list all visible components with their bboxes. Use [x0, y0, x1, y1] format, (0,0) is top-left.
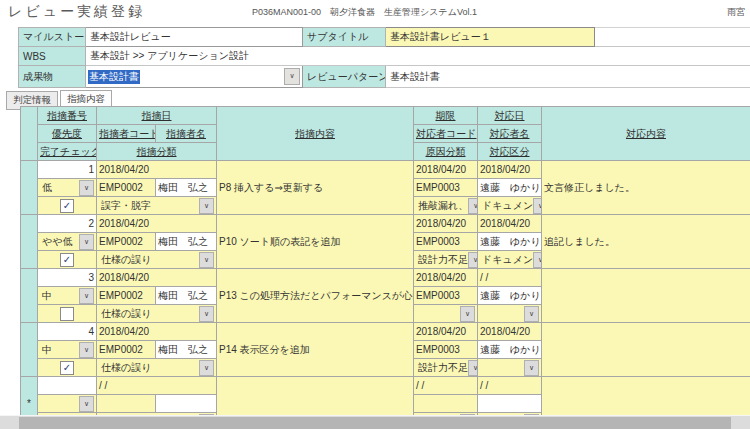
chevron-down-icon[interactable]: ∨ — [79, 234, 94, 250]
responder-code-cell[interactable]: EMP0003 — [414, 179, 478, 197]
chevron-down-icon[interactable]: ∨ — [199, 306, 214, 322]
finding-no-cell[interactable]: 4 — [38, 323, 97, 341]
row-selector[interactable] — [21, 161, 38, 215]
cause-category-select[interactable]: 推敲漏れ、∨ — [414, 197, 478, 215]
finding-no-cell[interactable]: 1 — [38, 161, 97, 179]
response-type-select[interactable]: ドキュメン∨ — [478, 251, 542, 269]
finding-content-cell[interactable] — [217, 377, 414, 416]
response-type-select[interactable]: ∨ — [478, 305, 542, 323]
response-date-cell[interactable]: 2018/04/20 — [478, 161, 542, 179]
chevron-down-icon[interactable]: ∨ — [284, 68, 300, 85]
milestone-value[interactable]: 基本設計レビュー — [86, 28, 303, 47]
col-header-category[interactable]: 指摘分類 — [97, 143, 217, 161]
scrollbar-thumb[interactable] — [19, 417, 731, 429]
category-select[interactable]: 仕様の誤り∨ — [97, 359, 217, 377]
responder-code-cell[interactable]: EMP0003 — [414, 287, 478, 305]
finding-content-cell[interactable]: P10 ソート順の表記を追加 — [217, 215, 414, 269]
reporter-name-cell[interactable]: 梅田 弘之 — [156, 287, 217, 305]
deadline-cell[interactable]: / / — [414, 377, 478, 395]
chevron-down-icon[interactable]: ∨ — [468, 360, 478, 376]
finding-content-cell[interactable]: P13 この処理方法だとパフォーマンスが心配 — [217, 269, 414, 323]
responder-name-cell[interactable]: 遠藤 ゆかり — [478, 341, 542, 359]
response-date-cell[interactable]: 2018/04/20 — [478, 215, 542, 233]
reporter-code-cell[interactable]: EMP0002 — [97, 233, 156, 251]
done-checkbox[interactable]: ✓ — [38, 197, 97, 215]
cause-category-select[interactable]: 設計力不足∨ — [414, 359, 478, 377]
col-header-response-date[interactable]: 対応日 — [478, 107, 542, 125]
col-header-priority[interactable]: 優先度 — [38, 125, 97, 143]
priority-select[interactable]: ∨ — [38, 395, 97, 413]
chevron-down-icon[interactable]: ∨ — [533, 252, 541, 268]
response-content-cell[interactable] — [542, 377, 750, 416]
chevron-down-icon[interactable]: ∨ — [524, 306, 539, 322]
responder-code-cell[interactable]: EMP0003 — [414, 341, 478, 359]
col-header-deadline[interactable]: 期限 — [414, 107, 478, 125]
priority-select[interactable]: 低∨ — [38, 179, 97, 197]
category-select[interactable]: 仕様の誤り∨ — [97, 251, 217, 269]
priority-select[interactable]: 中∨ — [38, 287, 97, 305]
responder-name-cell[interactable] — [478, 395, 542, 413]
finding-no-cell[interactable] — [38, 377, 97, 395]
cause-category-select[interactable]: 設計力不足∨ — [414, 251, 478, 269]
done-checkbox[interactable] — [38, 305, 97, 323]
finding-date-cell[interactable]: / / — [97, 377, 217, 395]
responder-code-cell[interactable]: EMP0003 — [414, 233, 478, 251]
chevron-down-icon[interactable]: ∨ — [79, 180, 94, 196]
chevron-down-icon[interactable]: ∨ — [79, 342, 94, 358]
deadline-cell[interactable]: 2018/04/20 — [414, 269, 478, 287]
finding-no-cell[interactable]: 3 — [38, 269, 97, 287]
chevron-down-icon[interactable]: ∨ — [199, 198, 214, 214]
col-header-content[interactable]: 指摘内容 — [217, 107, 414, 161]
finding-date-cell[interactable]: 2018/04/20 — [97, 161, 217, 179]
chevron-down-icon[interactable]: ∨ — [468, 198, 477, 214]
col-header-done-check[interactable]: 完了チェック — [38, 143, 97, 161]
row-selector[interactable] — [21, 215, 38, 269]
response-date-cell[interactable]: / / — [478, 377, 542, 395]
cause-category-select[interactable]: ∨ — [414, 305, 478, 323]
subtitle-input[interactable]: 基本設計書レビュー１ — [386, 28, 595, 47]
reporter-name-cell[interactable] — [156, 395, 217, 413]
finding-content-cell[interactable]: P8 挿入する⇒更新する — [217, 161, 414, 215]
reporter-name-cell[interactable]: 梅田 弘之 — [156, 233, 217, 251]
finding-date-cell[interactable]: 2018/04/20 — [97, 215, 217, 233]
chevron-down-icon[interactable]: ∨ — [79, 396, 94, 412]
finding-date-cell[interactable]: 2018/04/20 — [97, 269, 217, 287]
chevron-down-icon[interactable]: ∨ — [533, 198, 541, 214]
reporter-name-cell[interactable]: 梅田 弘之 — [156, 179, 217, 197]
row-selector[interactable] — [21, 269, 38, 323]
response-content-cell[interactable]: 文言修正しました。 — [542, 161, 750, 215]
col-header-no[interactable]: 指摘番号 — [38, 107, 97, 125]
col-header-cause-category[interactable]: 原因分類 — [414, 143, 478, 161]
col-header-responder-name[interactable]: 対応者名 — [478, 125, 542, 143]
response-type-select[interactable]: ドキュメン∨ — [478, 197, 542, 215]
row-selector[interactable]: * — [21, 377, 38, 416]
col-header-response-content[interactable]: 対応内容 — [542, 107, 750, 161]
reporter-code-cell[interactable]: EMP0002 — [97, 179, 156, 197]
responder-name-cell[interactable]: 遠藤 ゆかり — [478, 287, 542, 305]
response-content-cell[interactable] — [542, 323, 750, 377]
responder-name-cell[interactable]: 遠藤 ゆかり — [478, 233, 542, 251]
chevron-down-icon[interactable]: ∨ — [199, 360, 214, 376]
deliverable-select[interactable]: 基本設計書 ∨ — [86, 66, 303, 88]
reporter-code-cell[interactable]: EMP0002 — [97, 341, 156, 359]
response-type-select[interactable]: ∨ — [478, 359, 542, 377]
priority-select[interactable]: やや低∨ — [38, 233, 97, 251]
deadline-cell[interactable]: 2018/04/20 — [414, 323, 478, 341]
response-content-cell[interactable] — [542, 269, 750, 323]
deadline-cell[interactable]: 2018/04/20 — [414, 215, 478, 233]
done-checkbox[interactable]: ✓ — [38, 359, 97, 377]
finding-no-cell[interactable]: 2 — [38, 215, 97, 233]
col-header-responder-code[interactable]: 対応者コード — [414, 125, 478, 143]
done-checkbox[interactable]: ✓ — [38, 251, 97, 269]
chevron-down-icon[interactable]: ∨ — [524, 360, 539, 376]
horizontal-scrollbar[interactable] — [0, 415, 750, 429]
finding-content-cell[interactable]: P14 表示区分を追加 — [217, 323, 414, 377]
category-select[interactable]: 誤字・脱字∨ — [97, 197, 217, 215]
category-select[interactable]: 仕様の誤り∨ — [97, 305, 217, 323]
chevron-down-icon[interactable]: ∨ — [460, 306, 475, 322]
col-header-response-type[interactable]: 対応区分 — [478, 143, 542, 161]
col-header-reporter-name[interactable]: 指摘者名 — [156, 125, 217, 143]
response-content-cell[interactable]: 追記しました。 — [542, 215, 750, 269]
col-header-date[interactable]: 指摘日 — [97, 107, 217, 125]
row-selector[interactable] — [21, 323, 38, 377]
